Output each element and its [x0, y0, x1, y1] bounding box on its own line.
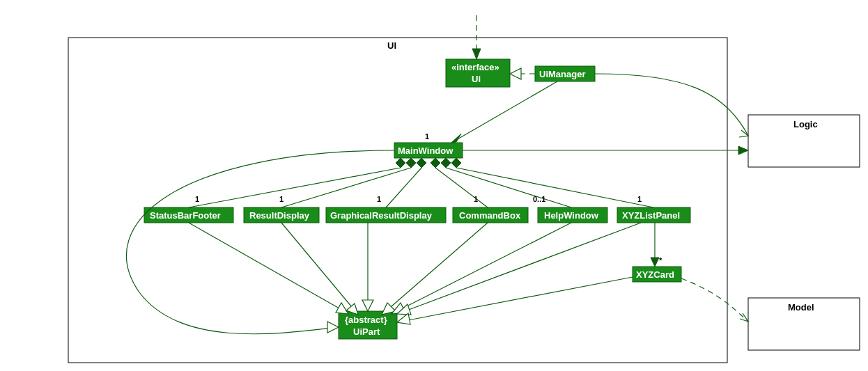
uimanager-name: UiManager	[539, 69, 585, 79]
diamond-hw	[441, 158, 451, 168]
graphicalresultdisplay-name: GraphicalResultDisplay	[330, 210, 433, 221]
xyzcard-to-uipart	[408, 277, 633, 320]
sbf-to-uipart	[189, 223, 344, 311]
diamond-xlp	[451, 158, 461, 168]
xyzcard-to-model-arrow	[740, 313, 748, 322]
xyzlistpanel-name: XYZListPanel	[622, 210, 680, 221]
mw-to-xlp	[456, 168, 653, 207]
cb-to-uipart	[386, 223, 488, 311]
xyzcard-mult: *	[659, 256, 662, 265]
mainwindow-name: MainWindow	[398, 145, 454, 156]
hw-to-uipart	[397, 223, 571, 311]
xyzcard-name: XYZCard	[636, 269, 674, 280]
hw-mult: 0..1	[533, 195, 545, 203]
uimanager-to-logic	[595, 74, 748, 136]
uipart-stereo: {abstract}	[345, 315, 387, 325]
grd-to-uipart-arrow	[362, 300, 373, 311]
grd-mult: 1	[377, 195, 381, 203]
xlp-to-xyzcard-arrow	[651, 258, 659, 267]
uipart-name: UiPart	[353, 326, 380, 337]
model-label: Model	[788, 302, 814, 313]
mw-to-cb	[435, 168, 488, 207]
diamond-cb	[431, 158, 440, 168]
commandbox-name: CommandBox	[459, 210, 521, 221]
helpwindow-name: HelpWindow	[544, 210, 599, 221]
uimanager-to-mainwindow	[451, 81, 557, 143]
ui-name: Ui	[472, 74, 481, 84]
mainwindow-mult: 1	[425, 132, 429, 141]
mainwindow-to-uipart-arrow	[327, 322, 339, 333]
cb-mult: 1	[474, 195, 478, 203]
sbf-to-uipart-arrow	[336, 303, 348, 314]
mainwindow-to-logic-arrow	[738, 146, 748, 155]
xyzcard-to-model	[681, 278, 748, 322]
rd-to-uipart	[281, 223, 355, 311]
ui-stereo: «interface»	[451, 62, 499, 72]
dep-to-ui-arrow	[472, 49, 481, 59]
rd-mult: 1	[279, 195, 284, 203]
resultdisplay-name: ResultDisplay	[249, 210, 310, 221]
mw-to-sbf	[189, 168, 401, 207]
mw-to-hw	[446, 168, 571, 207]
logic-label: Logic	[793, 119, 818, 129]
package-ui-label: UI	[387, 40, 396, 51]
xlp-to-uipart	[401, 223, 641, 313]
uimanager-to-ui-arrow	[510, 68, 521, 79]
xlp-mult: 1	[637, 195, 642, 203]
diamond-rd	[406, 158, 416, 168]
uml-diagram: UI Logic Model «interface» Ui UiManager …	[0, 0, 868, 371]
statusbarfooter-name: StatusBarFooter	[150, 210, 221, 221]
sbf-mult: 1	[195, 195, 199, 203]
xyzcard-to-uipart-arrow	[397, 313, 410, 324]
diamond-sbf	[396, 158, 405, 168]
diamond-grd	[417, 158, 426, 168]
